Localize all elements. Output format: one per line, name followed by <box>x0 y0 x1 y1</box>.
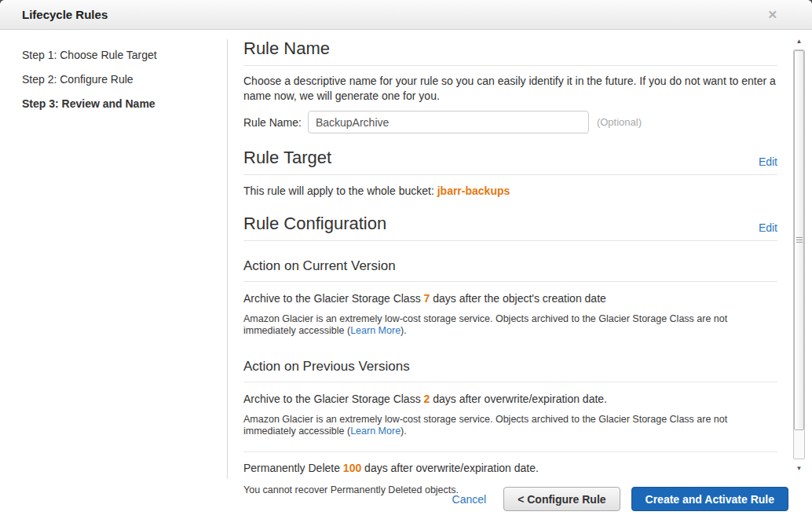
scrollbar-grip-icon <box>796 237 803 243</box>
vertical-scrollbar[interactable]: ▲ ▼ <box>792 35 806 475</box>
close-icon[interactable]: ✕ <box>767 9 777 20</box>
current-version-glacier-note: Amazon Glacier is an extremely low-cost … <box>243 313 737 337</box>
scrollbar-track[interactable] <box>793 49 805 459</box>
permanent-delete-prefix: Permanently Delete <box>243 462 343 474</box>
glacier-note-suffix: ). <box>401 325 407 336</box>
rule-name-section-header: Rule Name <box>243 38 777 66</box>
learn-more-link[interactable]: Learn More <box>350 426 401 437</box>
glacier-note-text: Amazon Glacier is an extremely low-cost … <box>243 313 727 336</box>
current-version-heading: Action on Current Version <box>243 258 777 282</box>
rule-configuration-heading: Rule Configuration <box>243 214 386 234</box>
bucket-name: jbarr-backups <box>437 185 510 197</box>
previous-versions-action-prefix: Archive to the Glacier Storage Class <box>243 393 424 405</box>
rule-name-input[interactable] <box>308 111 589 133</box>
rule-target-edit-link[interactable]: Edit <box>759 155 777 168</box>
cancel-link[interactable]: Cancel <box>452 493 487 506</box>
review-panel: Rule Name Choose a descriptive name for … <box>243 35 777 496</box>
sidebar-item-step3: Step 3: Review and Name <box>22 98 218 110</box>
scrollbar-thumb[interactable] <box>794 50 804 430</box>
configure-rule-button[interactable]: < Configure Rule <box>503 487 620 511</box>
learn-more-link[interactable]: Learn More <box>350 325 401 336</box>
permanent-delete-divider <box>243 451 777 452</box>
rule-name-row: Rule Name: (Optional) <box>243 111 777 133</box>
dialog-title: Lifecycle Rules <box>22 8 108 21</box>
scroll-up-icon[interactable]: ▲ <box>792 35 806 48</box>
permanent-delete-action: Permanently Delete 100 days after overwr… <box>243 462 777 475</box>
scroll-down-icon[interactable]: ▼ <box>792 462 806 475</box>
rule-target-summary: This rule will apply to the whole bucket… <box>243 185 777 198</box>
current-version-action-suffix: days after the object's creation date <box>430 292 605 305</box>
lifecycle-rules-dialog: Lifecycle Rules ✕ Step 1: Choose Rule Ta… <box>0 0 812 519</box>
rule-name-description: Choose a descriptive name for your rule … <box>243 74 777 104</box>
glacier-note-suffix: ). <box>401 426 407 437</box>
rule-configuration-section-header: Rule Configuration Edit <box>243 214 777 241</box>
create-and-activate-rule-button[interactable]: Create and Activate Rule <box>631 487 788 511</box>
current-version-action-prefix: Archive to the Glacier Storage Class <box>243 292 424 305</box>
rule-name-label: Rule Name: <box>243 116 302 129</box>
rule-target-heading: Rule Target <box>243 148 331 168</box>
permanent-delete-days: 100 <box>343 462 361 474</box>
optional-note: (Optional) <box>597 116 642 128</box>
previous-versions-heading: Action on Previous Versions <box>243 359 777 382</box>
rule-configuration-edit-link[interactable]: Edit <box>759 221 777 234</box>
previous-versions-glacier-note: Amazon Glacier is an extremely low-cost … <box>243 414 737 437</box>
sidebar-item-step2[interactable]: Step 2: Configure Rule <box>22 74 218 86</box>
permanent-delete-suffix: days after overwrite/expiration date. <box>361 462 539 474</box>
steps-sidebar: Step 1: Choose Rule Target Step 2: Confi… <box>22 49 218 122</box>
sidebar-item-step1[interactable]: Step 1: Choose Rule Target <box>22 49 218 61</box>
sidebar-divider <box>227 39 228 479</box>
dialog-footer: Cancel < Configure Rule Create and Activ… <box>452 487 788 511</box>
rule-target-text: This rule will apply to the whole bucket… <box>243 185 437 197</box>
previous-versions-action: Archive to the Glacier Storage Class 2 d… <box>243 393 777 406</box>
rule-name-heading: Rule Name <box>243 38 330 59</box>
rule-target-section-header: Rule Target Edit <box>243 148 777 175</box>
dialog-titlebar: Lifecycle Rules ✕ <box>0 0 812 30</box>
current-version-action: Archive to the Glacier Storage Class 7 d… <box>243 292 777 305</box>
glacier-note-text: Amazon Glacier is an extremely low-cost … <box>243 414 727 437</box>
previous-versions-action-suffix: days after overwrite/expiration date. <box>430 393 607 405</box>
